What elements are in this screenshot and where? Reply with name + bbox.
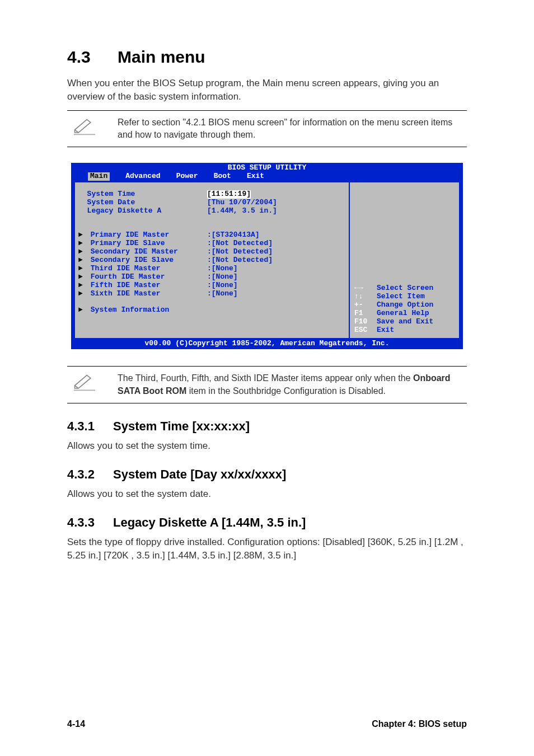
bios-screenshot: BIOS SETUP UTILITY Main Advanced Power B…	[71, 163, 463, 349]
subsection-title: Legacy Diskette A [1.44M, 3.5 in.]	[113, 515, 306, 529]
row-legacy-diskette[interactable]: Legacy Diskette A [1.44M, 3.5 in.]	[78, 207, 345, 215]
subsection-title: System Time [xx:xx:xx]	[113, 419, 250, 433]
row-secondary-ide-master[interactable]: ► Secondary IDE Master :[Not Detected]	[78, 248, 345, 256]
triangle-icon: ►	[78, 306, 86, 314]
help-select-screen: ←→Select Screen	[354, 284, 455, 293]
row-secondary-ide-slave[interactable]: ► Secondary IDE Slave :[Not Detected]	[78, 256, 345, 265]
bios-copyright: v00.00 (C)Copyright 1985-2002, American …	[71, 338, 463, 350]
bios-help-panel: ←→Select Screen ↑↓Select Item +-Change O…	[350, 182, 459, 337]
intro-paragraph: When you enter the BIOS Setup program, t…	[67, 77, 467, 104]
help-change-option: +-Change Option	[354, 301, 455, 309]
section-number: 4.3	[67, 48, 118, 67]
help-general-help: F1General Help	[354, 309, 455, 318]
triangle-icon: ►	[78, 281, 86, 290]
tab-main[interactable]: Main	[88, 172, 110, 181]
subsection-body-1: Allows you to set the system time.	[67, 439, 467, 453]
section-title: Main menu	[118, 48, 205, 66]
row-fifth-ide-master[interactable]: ► Fifth IDE Master :[None]	[78, 281, 345, 290]
tab-exit[interactable]: Exit	[247, 172, 264, 181]
page-footer: 4-14 Chapter 4: BIOS setup	[67, 719, 467, 729]
chapter-label: Chapter 4: BIOS setup	[372, 719, 467, 729]
row-system-time[interactable]: System Time [11:51:19]	[78, 190, 345, 199]
help-exit: ESCExit	[354, 326, 455, 335]
row-primary-ide-master[interactable]: ► Primary IDE Master :[ST320413A]	[78, 231, 345, 240]
subsection-number: 4.3.3	[67, 515, 113, 530]
row-fourth-ide-master[interactable]: ► Fourth IDE Master :[None]	[78, 273, 345, 281]
page-number: 4-14	[67, 719, 85, 729]
row-sixth-ide-master[interactable]: ► Sixth IDE Master :[None]	[78, 290, 345, 298]
row-primary-ide-slave[interactable]: ► Primary IDE Slave :[Not Detected]	[78, 240, 345, 248]
row-system-date[interactable]: System Date [Thu 10/07/2004]	[78, 199, 345, 207]
triangle-icon: ►	[78, 265, 86, 273]
subsection-title: System Date [Day xx/xx/xxxx]	[113, 467, 286, 481]
bios-main-panel: System Time [11:51:19] System Date [Thu …	[75, 182, 350, 337]
triangle-icon: ►	[78, 231, 86, 240]
subsection-number: 4.3.1	[67, 419, 113, 434]
tab-power[interactable]: Power	[176, 172, 198, 181]
note-block-1: Refer to section "4.2.1 BIOS menu screen…	[67, 110, 467, 148]
tab-advanced[interactable]: Advanced	[125, 172, 160, 181]
triangle-icon: ►	[78, 240, 86, 248]
tab-boot[interactable]: Boot	[214, 172, 231, 181]
subsection-heading-2: 4.3.2System Date [Day xx/xx/xxxx]	[67, 467, 467, 482]
pencil-icon	[67, 372, 118, 397]
help-select-item: ↑↓Select Item	[354, 293, 455, 301]
help-save-exit: F10Save and Exit	[354, 318, 455, 326]
note-text-1: Refer to section "4.2.1 BIOS menu screen…	[118, 116, 467, 142]
triangle-icon: ►	[78, 256, 86, 265]
subsection-number: 4.3.2	[67, 467, 113, 482]
bios-title: BIOS SETUP UTILITY	[71, 163, 463, 172]
bios-menu-bar: Main Advanced Power Boot Exit	[71, 172, 463, 182]
row-third-ide-master[interactable]: ► Third IDE Master :[None]	[78, 265, 345, 273]
subsection-heading-1: 4.3.1System Time [xx:xx:xx]	[67, 419, 467, 434]
section-heading: 4.3Main menu	[67, 48, 467, 67]
subsection-body-3: Sets the type of floppy drive installed.…	[67, 536, 467, 562]
row-system-information[interactable]: ► System Information	[78, 306, 345, 314]
subsection-heading-3: 4.3.3Legacy Diskette A [1.44M, 3.5 in.]	[67, 515, 467, 530]
triangle-icon: ►	[78, 273, 86, 281]
pencil-icon	[67, 116, 118, 142]
triangle-icon: ►	[78, 248, 86, 256]
note-text-2: The Third, Fourth, Fifth, and Sixth IDE …	[118, 372, 467, 397]
triangle-icon: ►	[78, 290, 86, 298]
subsection-body-2: Allows you to set the system date.	[67, 487, 467, 501]
note-block-2: The Third, Fourth, Fifth, and Sixth IDE …	[67, 366, 467, 403]
